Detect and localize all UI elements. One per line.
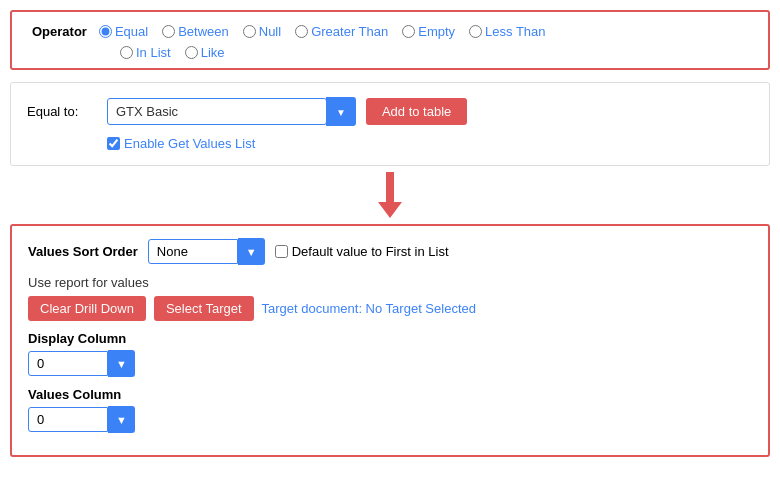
display-column-dropdown-btn[interactable]: ▼ (108, 350, 135, 377)
drill-row: Clear Drill Down Select Target Target do… (28, 296, 752, 321)
add-to-table-button[interactable]: Add to table (366, 98, 467, 125)
values-sort-label: Values Sort Order (28, 244, 138, 259)
operator-label: Operator (32, 24, 87, 39)
clear-drill-down-button[interactable]: Clear Drill Down (28, 296, 146, 321)
display-col-arrow-icon: ▼ (116, 358, 127, 370)
values-column-label: Values Column (28, 387, 752, 402)
use-report-label: Use report for values (28, 275, 752, 290)
radio-less-than[interactable]: Less Than (469, 24, 545, 39)
enable-values-checkbox[interactable] (107, 137, 120, 150)
default-first-checkbox[interactable] (275, 245, 288, 258)
display-column-section: Display Column 0 ▼ (28, 331, 752, 377)
display-column-select-wrapper: 0 ▼ (28, 350, 752, 377)
values-column-select-wrapper: 0 ▼ (28, 406, 752, 433)
radio-like[interactable]: Like (185, 45, 225, 60)
radio-empty[interactable]: Empty (402, 24, 455, 39)
values-col-arrow-icon: ▼ (116, 414, 127, 426)
values-column-select[interactable]: 0 (28, 407, 108, 432)
enable-values-label[interactable]: Enable Get Values List (124, 136, 255, 151)
values-column-section: Values Column 0 ▼ (28, 387, 752, 433)
target-document-text: Target document: No Target Selected (262, 301, 476, 316)
arrow-indicator (10, 172, 770, 218)
equal-to-select-wrapper: GTX Basic ▼ (107, 97, 356, 126)
operator-row-1: Operator Equal Between Null Greater Than… (32, 24, 748, 39)
select-target-button[interactable]: Select Target (154, 296, 254, 321)
operator-row-2: In List Like (120, 45, 748, 60)
values-sort-arrow-icon: ▼ (246, 246, 257, 258)
equal-to-dropdown-btn[interactable]: ▼ (326, 97, 356, 126)
display-column-select[interactable]: 0 (28, 351, 108, 376)
arrow-shaft (386, 172, 394, 202)
default-first-row: Default value to First in List (275, 244, 449, 259)
operator-section: Operator Equal Between Null Greater Than… (10, 10, 770, 70)
values-sort-select[interactable]: None (148, 239, 238, 264)
values-sort-section: Values Sort Order None ▼ Default value t… (10, 224, 770, 457)
default-first-label[interactable]: Default value to First in List (292, 244, 449, 259)
equal-to-select[interactable]: GTX Basic (107, 98, 327, 125)
display-column-label: Display Column (28, 331, 752, 346)
arrow-head (378, 202, 402, 218)
radio-between[interactable]: Between (162, 24, 229, 39)
equal-to-label: Equal to: (27, 104, 97, 119)
radio-equal[interactable]: Equal (99, 24, 148, 39)
values-sort-header-row: Values Sort Order None ▼ Default value t… (28, 238, 752, 265)
equal-to-section: Equal to: GTX Basic ▼ Add to table Enabl… (10, 82, 770, 166)
values-sort-select-wrapper: None ▼ (148, 238, 265, 265)
radio-greater-than[interactable]: Greater Than (295, 24, 388, 39)
values-sort-dropdown-btn[interactable]: ▼ (238, 238, 265, 265)
dropdown-arrow-icon: ▼ (336, 107, 346, 118)
equal-to-row: Equal to: GTX Basic ▼ Add to table (27, 97, 753, 126)
radio-in-list[interactable]: In List (120, 45, 171, 60)
values-column-dropdown-btn[interactable]: ▼ (108, 406, 135, 433)
enable-values-row: Enable Get Values List (107, 136, 753, 151)
radio-null[interactable]: Null (243, 24, 281, 39)
